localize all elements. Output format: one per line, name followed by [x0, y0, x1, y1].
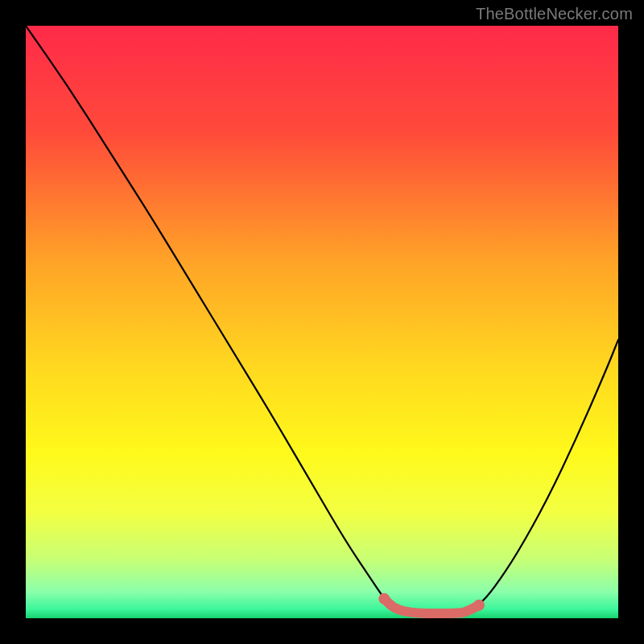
valley-marker-endpoint: [378, 593, 390, 605]
plot-area: [26, 26, 618, 618]
gradient-background: [26, 26, 618, 618]
valley-marker-endpoint: [473, 600, 485, 611]
chart-frame: TheBottleNecker.com: [0, 0, 644, 644]
bottleneck-chart: [26, 26, 618, 618]
watermark-text: TheBottleNecker.com: [476, 5, 633, 23]
